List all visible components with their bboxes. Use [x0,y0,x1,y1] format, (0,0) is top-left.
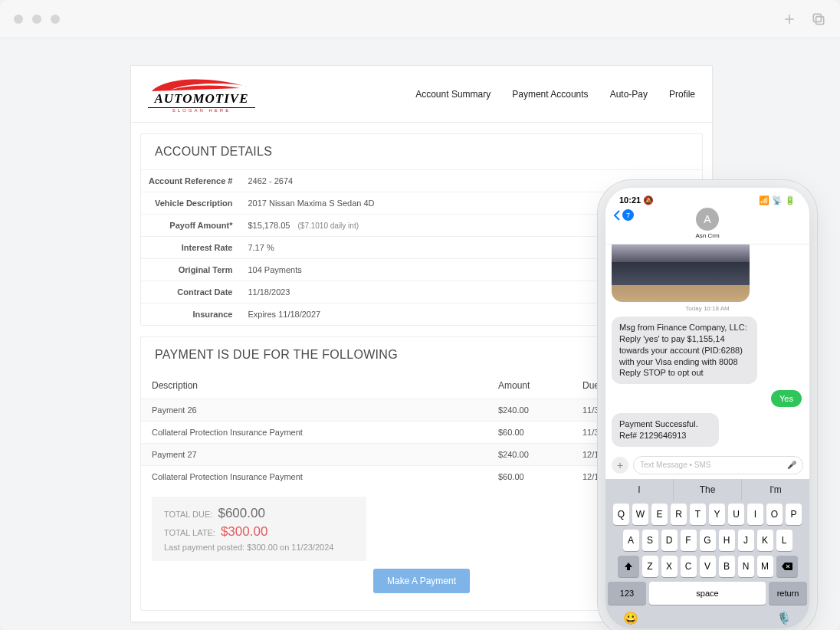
message-thread[interactable]: Today 10:18 AM Msg from Finance Company,… [605,244,809,447]
suggestion[interactable]: The [674,479,742,500]
minimize-window-icon[interactable] [32,15,41,24]
window-controls [14,15,60,24]
numeric-key[interactable]: 123 [608,582,646,605]
keyboard-row-4: 123 space return [608,582,807,605]
key[interactable]: T [690,504,706,525]
phone-status-icons: 📶 📡 🔋 [759,195,796,205]
dictation-icon[interactable]: 🎙️ [776,611,792,625]
key[interactable]: C [681,556,697,577]
keyboard-row-2: A S D F G H J K L [608,530,807,551]
key[interactable]: N [738,556,754,577]
shift-key[interactable] [618,556,639,577]
space-key[interactable]: space [649,582,766,605]
message-input[interactable]: Text Message • SMS 🎤 [633,456,803,474]
total-late-amount: $300.00 [221,524,267,539]
main-nav: Account Summary Payment Accounts Auto-Pa… [415,89,695,100]
phone-time: 10:21 🔕 [619,195,654,205]
compose-bar: + Text Message • SMS 🎤 [605,453,809,479]
browser-titlebar [0,0,840,38]
shift-icon [624,562,633,571]
nav-payment-accounts[interactable]: Payment Accounts [512,89,588,100]
key[interactable]: J [738,530,754,551]
back-button[interactable]: 7 [613,209,634,221]
message-header: 7 A Asn Crm [605,208,809,244]
key[interactable]: F [681,530,697,551]
keyboard: Q W E R T Y U I O P A S D F G H [605,500,809,628]
key[interactable]: O [766,504,783,525]
key[interactable]: M [757,556,773,577]
total-due-amount: $600.00 [218,506,264,520]
logo-text: AUTOMOTIVE [154,91,248,107]
signal-icon: 📶 [759,195,769,205]
suggestion[interactable]: I'm [742,479,809,500]
battery-icon: 🔋 [785,195,796,205]
key[interactable]: P [786,504,802,525]
incoming-message[interactable]: Payment Successful. Ref# 2129646913 [612,413,719,447]
col-description: Description [141,372,487,399]
logo[interactable]: AUTOMOTIVE SLOGAN HERE [148,76,255,113]
total-due-row: TOTAL DUE: $600.00 [164,506,354,521]
key[interactable]: Y [709,504,725,525]
totals-box: TOTAL DUE: $600.00 TOTAL LATE: $300.00 L… [152,497,366,561]
key[interactable]: U [728,504,744,525]
avatar[interactable]: A [696,208,719,231]
incoming-message[interactable]: Msg from Finance Company, LLC: Reply 'ye… [612,317,757,384]
thread-timestamp: Today 10:18 AM [612,305,803,312]
key[interactable]: Z [642,556,658,577]
nav-account-summary[interactable]: Account Summary [415,89,491,100]
key[interactable]: K [757,530,773,551]
browser-window: AUTOMOTIVE SLOGAN HERE Account Summary P… [0,0,840,630]
contact-name: Asn Crm [605,232,809,239]
key[interactable]: G [700,530,716,551]
keyboard-suggestions: I The I'm [605,479,809,500]
key[interactable]: S [642,530,658,551]
dnd-icon: 🔕 [643,195,654,205]
logo-slogan: SLOGAN HERE [172,108,231,113]
nav-auto-pay[interactable]: Auto-Pay [610,89,648,100]
delete-key[interactable] [776,556,798,577]
copy-icon[interactable] [811,11,826,27]
photo-message[interactable] [612,244,750,302]
account-details-title: ACCOUNT DETAILS [141,134,702,169]
titlebar-actions [782,11,826,27]
key[interactable]: D [661,530,678,551]
last-payment-posted: Last payment posted: $300.00 on 11/23/20… [164,543,354,552]
phone-mockup: 10:21 🔕 📶 📡 🔋 7 A Asn Crm Today 10:18 AM [605,188,809,628]
key[interactable]: I [747,504,763,525]
keyboard-row-3: Z X C V B N M [608,556,807,577]
key[interactable]: Q [613,504,629,525]
key[interactable]: H [719,530,735,551]
close-window-icon[interactable] [14,15,23,24]
phone-status-bar: 10:21 🔕 📶 📡 🔋 [605,188,809,208]
key[interactable]: E [651,504,668,525]
unread-badge: 7 [622,209,634,221]
viewport: AUTOMOTIVE SLOGAN HERE Account Summary P… [0,38,840,630]
return-key[interactable]: return [769,582,807,605]
outgoing-message[interactable]: Yes [771,390,802,407]
col-amount: Amount [487,372,572,399]
key[interactable]: X [661,556,678,577]
make-payment-button[interactable]: Make A Payment [373,569,470,593]
svg-rect-1 [813,14,821,21]
attach-button[interactable]: + [612,457,628,474]
key[interactable]: R [671,504,687,525]
nav-profile[interactable]: Profile [669,89,695,100]
suggestion[interactable]: I [605,479,674,500]
key[interactable]: B [719,556,735,577]
new-tab-icon[interactable] [782,11,797,27]
svg-rect-0 [816,16,824,24]
chevron-left-icon [613,210,621,221]
key[interactable]: L [776,530,792,551]
wifi-icon: 📡 [772,195,783,205]
mic-icon[interactable]: 🎤 [787,461,796,469]
key[interactable]: W [632,504,648,525]
row-account-ref: Account Reference #2462 - 2674 [141,170,702,192]
maximize-window-icon[interactable] [51,15,60,24]
backspace-icon [782,563,792,570]
key[interactable]: V [700,556,716,577]
keyboard-row-1: Q W E R T Y U I O P [608,504,807,525]
key[interactable]: A [623,530,639,551]
emoji-icon[interactable]: 😀 [623,611,638,625]
keyboard-footer: 😀 🎙️ [608,605,807,627]
page-header: AUTOMOTIVE SLOGAN HERE Account Summary P… [131,66,712,123]
